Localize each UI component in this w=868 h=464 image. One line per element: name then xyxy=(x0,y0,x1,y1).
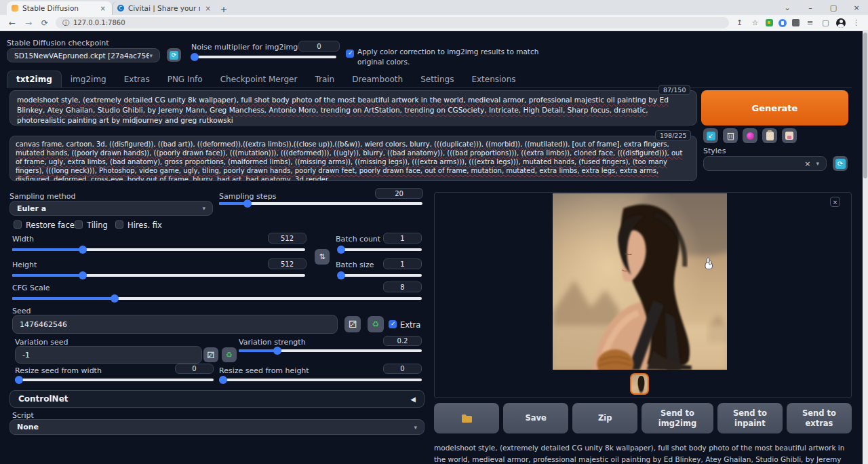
resize-seed-width-value[interactable]: 0 xyxy=(175,364,214,374)
tab-img2img[interactable]: img2img xyxy=(62,71,115,88)
height-value[interactable]: 512 xyxy=(268,258,307,269)
tab-close-icon[interactable]: × xyxy=(204,5,212,12)
resize-seed-height-value[interactable]: 0 xyxy=(383,364,422,374)
tab-settings[interactable]: Settings xyxy=(412,71,462,88)
slider-handle[interactable] xyxy=(79,246,87,254)
extension-icon[interactable] xyxy=(778,19,787,27)
tab-extensions[interactable]: Extensions xyxy=(462,71,524,88)
share-icon[interactable]: ↥ xyxy=(734,18,745,27)
back-icon[interactable]: ← xyxy=(7,18,18,28)
extensions-puzzle-icon[interactable] xyxy=(792,19,800,26)
batch-size-slider[interactable] xyxy=(338,274,422,277)
reuse-seed-button[interactable]: ♻ xyxy=(368,316,384,332)
forward-icon[interactable]: → xyxy=(23,18,34,28)
site-info-icon[interactable]: ⓘ xyxy=(62,18,69,28)
tab-checkpoint-merger[interactable]: Checkpoint Merger xyxy=(212,71,307,88)
height-slider[interactable] xyxy=(12,274,305,277)
menu-dots-icon[interactable]: ⋮ xyxy=(851,18,861,27)
bookmark-star-icon[interactable]: ☆ xyxy=(750,18,760,27)
slider-handle[interactable] xyxy=(191,53,199,61)
tab-close-icon[interactable]: × xyxy=(99,5,107,12)
slider-handle[interactable] xyxy=(337,271,345,279)
extra-networks-button[interactable] xyxy=(743,128,757,143)
zip-button[interactable]: Zip xyxy=(572,403,637,433)
slider-handle[interactable] xyxy=(79,271,87,279)
refresh-styles-button[interactable]: ⟳ xyxy=(833,156,848,171)
reload-icon[interactable]: ⟳ xyxy=(39,18,50,28)
slider-handle[interactable] xyxy=(243,199,252,208)
tab-extras[interactable]: Extras xyxy=(115,71,159,88)
variation-strength-value[interactable]: 0.2 xyxy=(383,336,422,346)
sampling-steps-value[interactable]: 20 xyxy=(375,188,423,199)
resize-seed-width-slider[interactable] xyxy=(15,379,214,381)
profile-avatar[interactable] xyxy=(836,18,846,28)
controlnet-accordion[interactable]: ControlNet ◀ xyxy=(9,390,425,408)
reading-list-icon[interactable]: ≡ xyxy=(805,18,815,27)
apply-style-button[interactable] xyxy=(762,128,777,143)
seed-input[interactable]: 1476462546 xyxy=(12,315,338,334)
paste-params-button[interactable]: ↙ xyxy=(703,128,718,143)
prompt-textarea[interactable]: modelshoot style, (extremely detailed CG… xyxy=(9,90,697,125)
send-to-inpaint-button[interactable]: Send to inpaint xyxy=(717,403,783,433)
sampling-steps-slider[interactable] xyxy=(219,202,422,205)
reuse-variation-seed-button[interactable]: ♻ xyxy=(222,347,237,362)
tiling-checkbox[interactable] xyxy=(75,220,83,229)
clear-styles-icon[interactable]: × xyxy=(804,159,810,168)
generate-button[interactable]: Generate xyxy=(701,90,848,125)
sampling-method-select[interactable]: Euler a ▾ xyxy=(9,201,213,216)
swap-dimensions-button[interactable]: ⇅ xyxy=(315,249,330,265)
browser-tab-stable-diffusion[interactable]: Stable Diffusion × xyxy=(7,1,112,15)
random-seed-button[interactable]: ⚂ xyxy=(344,316,361,332)
close-gallery-button[interactable]: × xyxy=(830,197,840,207)
slider-handle[interactable] xyxy=(15,376,23,384)
batch-size-value[interactable]: 1 xyxy=(383,258,422,269)
color-correction-checkbox[interactable] xyxy=(346,50,354,58)
random-variation-seed-button[interactable]: ⚂ xyxy=(203,347,218,362)
tab-png-info[interactable]: PNG Info xyxy=(159,71,212,88)
hires-fix-checkbox[interactable] xyxy=(115,220,123,229)
variation-strength-slider[interactable] xyxy=(239,349,422,352)
restore-faces-checkbox[interactable] xyxy=(14,220,22,229)
slider-handle[interactable] xyxy=(337,246,345,254)
checkpoint-select[interactable]: SD15NewVAEpruned.ckpt [27a4ac756c] ▾ xyxy=(7,48,160,62)
variation-seed-input[interactable]: -1 xyxy=(15,346,202,364)
window-restore-icon[interactable]: ▢ xyxy=(822,3,845,12)
window-minimize-icon[interactable]: – xyxy=(799,3,822,12)
side-panel-icon[interactable]: ▢ xyxy=(821,18,831,27)
noise-multiplier-slider[interactable] xyxy=(191,56,336,58)
new-tab-button[interactable]: + xyxy=(217,3,231,15)
styles-select[interactable]: × ▾ xyxy=(703,156,827,171)
width-value[interactable]: 512 xyxy=(268,233,307,244)
tab-txt2img[interactable]: txt2img xyxy=(7,71,62,88)
page-scrollbar[interactable] xyxy=(863,31,868,464)
width-slider[interactable] xyxy=(12,248,305,251)
open-folder-button[interactable] xyxy=(434,403,499,433)
cfg-scale-slider[interactable] xyxy=(12,297,422,300)
url-bar[interactable]: ⓘ 127.0.0.1:7860 xyxy=(56,17,729,28)
script-select[interactable]: None ▾ xyxy=(9,419,425,435)
tab-train[interactable]: Train xyxy=(306,71,343,88)
extension-icon[interactable] xyxy=(766,19,773,26)
save-style-button[interactable] xyxy=(782,128,797,143)
extra-seed-checkbox[interactable] xyxy=(389,320,397,328)
batch-count-value[interactable]: 1 xyxy=(383,233,422,244)
refresh-checkpoint-button[interactable]: ⟳ xyxy=(167,48,181,62)
clear-prompt-button[interactable] xyxy=(723,128,738,143)
slider-handle[interactable] xyxy=(111,294,119,303)
batch-count-slider[interactable] xyxy=(338,248,422,251)
browser-tab-civitai[interactable]: C Civitai | Share your models × xyxy=(112,1,217,15)
send-to-img2img-button[interactable]: Send to img2img xyxy=(642,403,713,433)
gallery-thumbnail[interactable] xyxy=(630,373,649,395)
negative-prompt-textarea[interactable]: canvas frame, cartoon, 3d, ((disfigured)… xyxy=(9,136,697,181)
slider-handle[interactable] xyxy=(219,376,227,384)
tab-dreambooth[interactable]: Dreambooth xyxy=(343,71,412,88)
resize-seed-height-slider[interactable] xyxy=(219,379,422,381)
cfg-scale-value[interactable]: 8 xyxy=(383,282,422,292)
scrollbar-thumb[interactable] xyxy=(863,33,867,178)
noise-multiplier-value[interactable]: 0 xyxy=(298,41,340,52)
slider-handle[interactable] xyxy=(273,347,281,355)
save-button[interactable]: Save xyxy=(503,403,568,433)
generated-image[interactable] xyxy=(553,193,727,370)
send-to-extras-button[interactable]: Send to extras xyxy=(787,403,852,433)
window-close-icon[interactable]: × xyxy=(845,3,868,12)
